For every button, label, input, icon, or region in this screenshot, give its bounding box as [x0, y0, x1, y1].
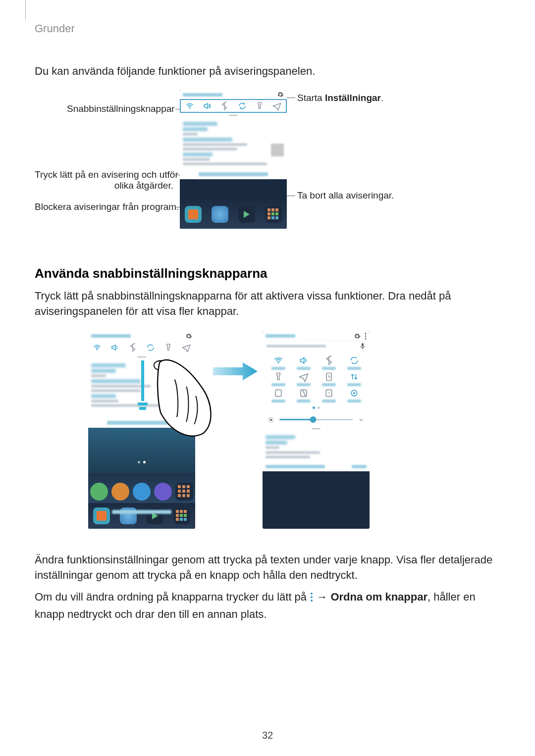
figure-expand-toggles: T — [35, 332, 500, 535]
bluetooth-icon — [220, 101, 229, 110]
sound-icon — [110, 343, 119, 352]
notification-list — [263, 431, 370, 462]
label-tap-notification: Tryck lätt på en avisering och utför oli… — [35, 169, 173, 191]
svg-line-20 — [269, 418, 269, 418]
flashlight-icon — [255, 101, 264, 110]
label-block-notifications: Blockera aviseringar från program. — [35, 202, 173, 212]
svg-line-22 — [272, 418, 273, 418]
breadcrumb: Grunder — [35, 22, 500, 35]
toggle-row — [266, 355, 367, 370]
toggle-flashlight[interactable] — [268, 372, 288, 386]
toggle-row — [266, 372, 367, 386]
notification-footer[interactable] — [263, 462, 370, 471]
mic-icon[interactable] — [360, 343, 366, 350]
toggle-airplane[interactable] — [294, 372, 314, 386]
paragraph-change-settings: Ändra funktionsinställningar genom att t… — [35, 552, 500, 584]
label-start-settings: Starta Inställningar. — [297, 93, 383, 103]
svg-point-1 — [97, 349, 98, 350]
label-line: olika åtgärder. — [114, 180, 173, 191]
figure-notification-panel: Snabbinställningsknappar Tryck lätt på e… — [35, 90, 500, 239]
brightness-slider[interactable] — [263, 413, 370, 426]
para-bold: Ordna om knappar — [330, 591, 428, 603]
drag-handle[interactable] — [88, 354, 195, 359]
page-dots — [266, 404, 367, 411]
app-recommendation-row — [180, 200, 287, 229]
quick-toggle-grid: T — [263, 352, 370, 413]
toggle-powersave[interactable] — [319, 372, 339, 386]
notification-item[interactable] — [266, 451, 367, 458]
status-text-blur — [91, 334, 131, 338]
play-icon[interactable] — [238, 206, 255, 223]
svg-point-4 — [365, 335, 367, 337]
browser-app-icon[interactable] — [154, 483, 172, 501]
toggle-wifi[interactable] — [268, 355, 288, 370]
notification-footer[interactable] — [180, 169, 287, 179]
svg-line-21 — [272, 421, 273, 422]
toggle-row: T — [266, 388, 367, 403]
messages-app-icon[interactable] — [133, 483, 151, 501]
mail-icon[interactable] — [185, 206, 202, 223]
toggle-sound[interactable] — [294, 355, 314, 370]
toggle-rotate[interactable] — [344, 355, 364, 370]
mail-icon[interactable] — [93, 507, 110, 524]
status-text-blur — [266, 334, 295, 338]
notification-item[interactable] — [183, 138, 284, 151]
toggle-mobiledata[interactable] — [344, 372, 364, 386]
gear-icon — [277, 91, 284, 98]
drag-handle[interactable] — [263, 426, 370, 431]
label-clear-all: Ta bort alla aviseringar. — [297, 190, 394, 201]
notification-item[interactable] — [183, 152, 284, 165]
phone-app-icon[interactable] — [90, 483, 108, 501]
app-icon[interactable] — [212, 206, 228, 223]
chevron-down-icon[interactable] — [358, 416, 365, 423]
apps-drawer-icon[interactable] — [175, 483, 193, 501]
rotate-icon — [146, 343, 155, 352]
search-bar[interactable] — [263, 341, 370, 352]
quick-toggle-row[interactable] — [180, 99, 287, 113]
label-quick-settings-buttons: Snabbinställningsknappar — [67, 103, 173, 114]
tab-notch — [20, 0, 26, 20]
toggle-dnd[interactable] — [294, 388, 314, 403]
page-dots — [88, 428, 195, 462]
svg-point-7 — [277, 362, 279, 363]
label-line: Tryck lätt på en avisering och utför — [35, 169, 178, 180]
quick-toggle-row[interactable] — [88, 341, 195, 354]
bluetooth-icon — [128, 343, 137, 352]
more-icon — [310, 591, 314, 606]
drag-handle[interactable] — [180, 113, 287, 118]
apps-grid-icon[interactable] — [265, 206, 282, 223]
toggle-bluelight[interactable] — [268, 388, 288, 403]
svg-point-0 — [189, 107, 190, 108]
svg-point-14 — [353, 392, 355, 394]
status-bar — [88, 332, 195, 341]
toggle-bluetooth[interactable] — [319, 355, 339, 370]
wifi-icon — [93, 343, 102, 352]
svg-point-3 — [365, 333, 367, 334]
notification-item[interactable] — [183, 122, 284, 136]
brightness-icon — [268, 416, 274, 423]
page: Grunder Du kan använda följande funktion… — [0, 0, 535, 756]
apps-grid-icon[interactable] — [173, 507, 190, 524]
more-icon[interactable] — [365, 333, 367, 340]
gear-icon — [185, 333, 192, 340]
svg-line-23 — [269, 421, 269, 422]
svg-point-15 — [270, 418, 272, 421]
svg-point-24 — [311, 593, 313, 595]
toggle-location[interactable] — [344, 388, 364, 403]
arrow-down-icon — [138, 360, 148, 420]
contacts-app-icon[interactable] — [111, 483, 129, 501]
wifi-icon — [185, 101, 194, 110]
svg-rect-6 — [362, 343, 364, 347]
home-wallpaper — [88, 428, 195, 473]
svg-point-25 — [311, 596, 313, 598]
svg-rect-9 — [275, 390, 281, 396]
gear-icon[interactable] — [354, 333, 361, 340]
intro-text: Du kan använda följande funktioner på av… — [35, 65, 500, 78]
status-text-blur — [183, 93, 222, 97]
toggle-hotspot[interactable]: T — [319, 388, 339, 403]
app-recommendation-row — [88, 503, 195, 529]
leader-line — [287, 196, 295, 196]
notification-item[interactable] — [266, 435, 367, 449]
phone-mock-expanded: T — [263, 332, 370, 529]
status-bar — [180, 90, 287, 99]
